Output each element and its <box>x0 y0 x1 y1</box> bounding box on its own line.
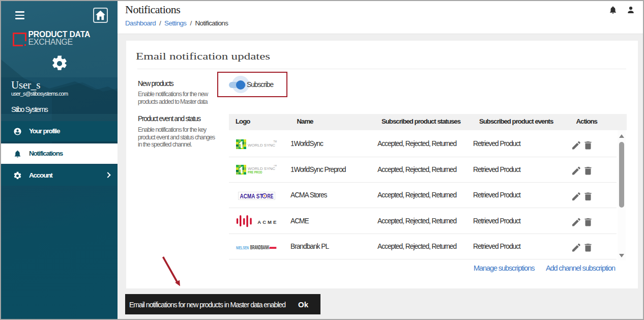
svg-text:RE: RE <box>268 192 274 199</box>
svg-text:NIELSEN: NIELSEN <box>236 245 249 250</box>
svg-text:TM: TM <box>274 140 277 143</box>
svg-text:ACMA ST: ACMA ST <box>240 192 263 199</box>
svg-text:PRE PROD: PRE PROD <box>248 170 262 174</box>
svg-text:TM: TM <box>274 165 277 167</box>
svg-text:BRANDBANK: BRANDBANK <box>250 244 270 250</box>
svg-text:ACME: ACME <box>257 219 276 225</box>
svg-text:WORLD SYNC: WORLD SYNC <box>248 143 275 148</box>
